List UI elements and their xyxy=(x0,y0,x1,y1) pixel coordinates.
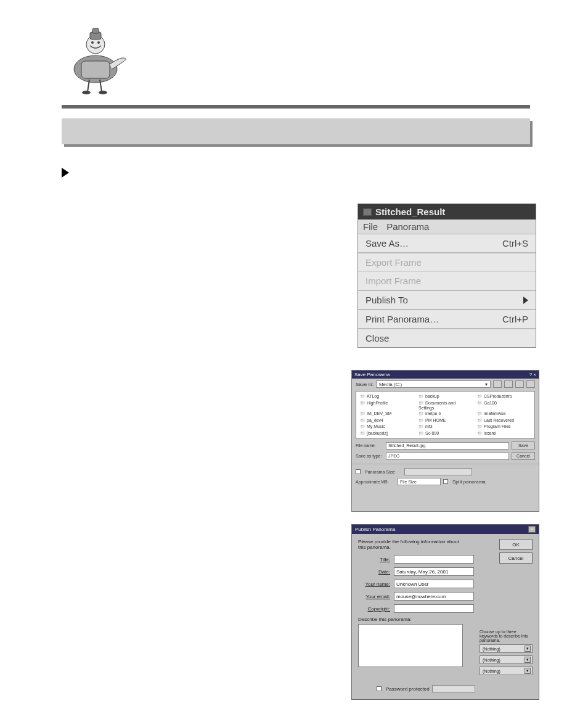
file-menu-screenshot: Stitched_Result File Panorama Save As… C… xyxy=(357,203,536,348)
name-input[interactable]: Unknown User xyxy=(394,580,474,588)
save-in-value: Media (C:) xyxy=(379,382,402,387)
date-input[interactable]: Saturday, May 26, 2001 xyxy=(394,567,474,576)
folder-item[interactable]: HighProfile xyxy=(360,401,414,411)
menu-item-label: Publish To xyxy=(365,295,408,305)
copyright-input[interactable] xyxy=(394,604,474,613)
date-label: Date: xyxy=(358,569,390,575)
save-type-label: Save as type: xyxy=(356,454,383,458)
dialog-title: Save Panorama xyxy=(354,372,390,377)
mascot-illustration xyxy=(68,21,136,95)
dropdown-caret-icon: ▾ xyxy=(525,657,531,663)
publish-dialog-screenshot: Publish Panorama × Please provide the fo… xyxy=(351,524,539,700)
dropdown-caret-icon: ▾ xyxy=(525,668,531,674)
copyright-label: Copyright: xyxy=(358,606,390,612)
split-label: Split panorama xyxy=(452,479,486,485)
svg-point-6 xyxy=(97,41,100,44)
menu-item-import-frame: Import Frame xyxy=(358,271,536,290)
pano-size-value xyxy=(404,468,472,475)
folder-item[interactable]: Inetpu b xyxy=(419,411,472,417)
folder-item[interactable]: backup xyxy=(419,394,472,400)
save-dialog-titlebar: Save Panorama ? × xyxy=(352,371,539,379)
cancel-button[interactable]: Cancel xyxy=(512,452,535,460)
up-folder-button[interactable] xyxy=(493,380,502,388)
view-list-button[interactable] xyxy=(515,380,524,388)
folder-item[interactable]: CSProductInfo xyxy=(477,394,531,400)
password-checkbox[interactable] xyxy=(377,686,382,691)
dropdown-caret-icon: ▾ xyxy=(525,646,531,652)
folder-item[interactable]: Last Recovered xyxy=(477,418,531,424)
section-heading-bar xyxy=(62,118,530,144)
save-type-combo[interactable]: JPEG xyxy=(386,453,509,460)
file-name-value: Stitched_Result.jpg xyxy=(388,443,425,448)
email-input[interactable]: mouse@nowhere.com xyxy=(394,592,474,601)
describe-textarea[interactable] xyxy=(358,624,463,667)
folder-item[interactable]: Documents and Settings xyxy=(419,401,472,411)
keyword-value: (Nothing) xyxy=(483,658,500,662)
describe-label: Describe this panorama: xyxy=(358,617,533,622)
file-name-input[interactable]: Stitched_Result.jpg xyxy=(386,442,509,449)
pano-size-checkbox[interactable] xyxy=(356,469,361,474)
approx-mb-combo[interactable]: File Size xyxy=(398,478,441,485)
keyword-select-2[interactable]: (Nothing) ▾ xyxy=(480,655,533,664)
view-details-button[interactable] xyxy=(526,380,535,388)
save-in-label: Save in: xyxy=(356,382,374,387)
dialog-controls[interactable]: ? × xyxy=(529,372,536,377)
keyword-value: (Nothing) xyxy=(483,669,500,673)
title-label: Title: xyxy=(358,557,390,562)
window-title: Stitched_Result xyxy=(375,207,445,217)
pano-size-label: Panorama Size: xyxy=(365,470,402,474)
folder-item[interactable]: IM_DEV_SM xyxy=(360,411,414,417)
menu-item-publish-to[interactable]: Publish To xyxy=(358,290,536,309)
folder-item[interactable]: ATLog xyxy=(360,394,414,400)
close-button[interactable]: × xyxy=(528,526,536,533)
menu-panorama[interactable]: Panorama xyxy=(386,221,429,232)
folder-item[interactable]: My Music xyxy=(360,424,414,430)
folder-item[interactable]: mf3 xyxy=(419,424,472,430)
save-dialog-screenshot: Save Panorama ? × Save in: Media (C:) ▾ … xyxy=(351,370,539,512)
svg-rect-4 xyxy=(92,28,99,33)
password-input[interactable] xyxy=(432,685,475,692)
cancel-button[interactable]: Cancel xyxy=(499,552,533,564)
window-titlebar: Stitched_Result xyxy=(358,204,536,220)
menu-item-label: Save As… xyxy=(365,238,409,248)
name-label: Your name: xyxy=(358,581,390,587)
title-input[interactable] xyxy=(394,555,474,564)
svg-point-10 xyxy=(99,91,107,94)
save-in-combo[interactable]: Media (C:) ▾ xyxy=(376,380,491,388)
file-name-label: File name: xyxy=(356,443,383,448)
dialog-title: Publish Panorama xyxy=(355,527,395,532)
keyword-select-1[interactable]: (Nothing) ▾ xyxy=(480,644,533,653)
window-icon xyxy=(363,208,372,216)
new-folder-button[interactable] xyxy=(504,380,513,388)
keyword-select-3[interactable]: (Nothing) ▾ xyxy=(480,667,533,675)
menu-file[interactable]: File xyxy=(363,221,378,232)
folder-item[interactable]: Ga100 xyxy=(477,401,531,411)
save-type-value: JPEG xyxy=(388,454,399,458)
menu-shortcut: Ctrl+P xyxy=(502,314,528,324)
folder-item[interactable]: PM HOME xyxy=(419,418,472,424)
save-button[interactable]: Save xyxy=(512,441,535,449)
approx-mb-value: File Size xyxy=(400,480,417,484)
svg-point-9 xyxy=(82,91,91,94)
svg-rect-1 xyxy=(81,61,110,78)
file-list[interactable]: ATLogbackupCSProductInfoHighProfileDocum… xyxy=(356,391,535,439)
ok-button[interactable]: OK xyxy=(499,539,533,550)
split-checkbox[interactable] xyxy=(443,479,448,484)
folder-item[interactable]: Program Files xyxy=(477,424,531,430)
folder-item[interactable]: So 099 xyxy=(419,431,472,437)
dialog-intro-text: Please provide the following information… xyxy=(358,539,463,550)
email-value: mouse@nowhere.com xyxy=(396,594,446,599)
folder-item[interactable]: imafamwse xyxy=(477,411,531,417)
folder-item[interactable]: pa_dev4 xyxy=(360,418,414,424)
date-value: Saturday, May 26, 2001 xyxy=(396,569,448,575)
folder-item[interactable]: ixcarel xyxy=(477,431,531,437)
menu-item-label: Close xyxy=(365,333,389,343)
menu-item-label: Print Panorama… xyxy=(365,314,439,324)
menu-item-save-as[interactable]: Save As… Ctrl+S xyxy=(358,234,536,252)
menu-item-close[interactable]: Close xyxy=(358,328,536,347)
folder-item[interactable]: [backupdz] xyxy=(360,431,414,437)
email-label: Your email: xyxy=(358,594,390,599)
keyword-value: (Nothing) xyxy=(483,647,500,651)
menu-item-export-frame: Export Frame xyxy=(358,252,536,271)
menu-item-print-panorama[interactable]: Print Panorama… Ctrl+P xyxy=(358,309,536,328)
